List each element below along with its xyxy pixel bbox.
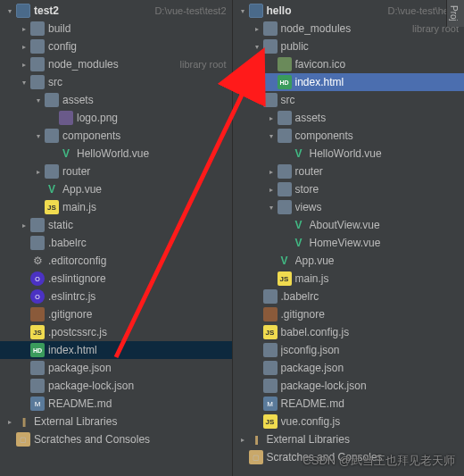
vue-icon	[292, 236, 306, 250]
left-tree-item--gitignore[interactable]: .gitignore	[0, 305, 232, 323]
tree-item-label: build	[48, 22, 227, 35]
right-tree-item-public[interactable]: public	[233, 38, 465, 55]
module-icon	[16, 4, 30, 18]
folder-icon	[30, 21, 45, 36]
right-tree-item-aboutview-vue[interactable]: AboutView.vue	[233, 216, 465, 234]
expand-arrow-icon[interactable]	[5, 7, 14, 15]
expand-arrow-icon[interactable]	[20, 43, 29, 51]
tree-item-label: views	[295, 201, 460, 213]
expand-arrow-icon[interactable]	[34, 168, 43, 176]
right-tree-item-index-html[interactable]: index.html	[233, 73, 465, 91]
left-tree-item--postcssrc-js[interactable]: .postcssrc.js	[0, 323, 232, 341]
expand-arrow-icon[interactable]	[34, 132, 43, 140]
left-tree-item-build[interactable]: build	[0, 20, 232, 38]
tree-item-label: config	[48, 40, 227, 53]
vue-icon	[278, 254, 292, 268]
tree-item-label: .babelrc	[48, 237, 227, 249]
right-tree-item-readme-md[interactable]: README.md	[233, 395, 465, 413]
right-tree-item-assets[interactable]: assets	[233, 109, 465, 127]
tree-item-hint: library root	[180, 59, 227, 70]
expand-arrow-icon[interactable]	[267, 114, 276, 122]
json-icon	[263, 289, 278, 304]
json-icon	[263, 343, 278, 357]
left-tree-item-src[interactable]: src	[0, 73, 232, 91]
expand-arrow-icon[interactable]	[267, 132, 276, 140]
right-tree-item-src[interactable]: src	[233, 91, 465, 109]
expand-arrow-icon[interactable]	[238, 436, 247, 444]
expand-arrow-icon[interactable]	[5, 418, 14, 426]
expand-arrow-icon[interactable]	[34, 96, 43, 104]
vue-icon	[45, 182, 59, 196]
right-tree-item-babel-config-js[interactable]: babel.config.js	[233, 323, 465, 341]
left-tree-item-app-vue[interactable]: App.vue	[0, 180, 232, 198]
left-tree-item-static[interactable]: static	[0, 216, 232, 234]
left-tree-item--eslintignore[interactable]: .eslintignore	[0, 270, 232, 288]
expand-arrow-icon[interactable]	[267, 186, 276, 194]
left-tree[interactable]: test2D:\vue-test\test2buildconfignode_mo…	[0, 0, 232, 450]
project-tab[interactable]: Proj	[446, 0, 464, 27]
expand-arrow-icon[interactable]	[20, 79, 29, 87]
left-tree-item-router[interactable]: router	[0, 163, 232, 180]
tree-item-label: assets	[62, 94, 227, 106]
module-icon	[249, 4, 263, 18]
right-tree-item-main-js[interactable]: main.js	[233, 270, 465, 288]
right-tree-item-app-vue[interactable]: App.vue	[233, 252, 465, 270]
expand-arrow-icon[interactable]	[267, 168, 276, 176]
left-tree-item-components[interactable]: components	[0, 127, 232, 145]
tree-item-label: jsconfig.json	[281, 344, 460, 356]
expand-arrow-icon[interactable]	[20, 61, 29, 69]
left-tree-item--eslintrc-js[interactable]: .eslintrc.js	[0, 288, 232, 305]
left-tree-item-assets[interactable]: assets	[0, 91, 232, 109]
right-tree-item-package-json[interactable]: package.json	[233, 359, 465, 377]
left-tree-item-test2[interactable]: test2D:\vue-test\test2	[0, 2, 232, 20]
tree-item-label: node_modules	[48, 58, 175, 71]
right-tree-item-helloworld-vue[interactable]: HelloWorld.vue	[233, 145, 465, 163]
tree-item-label: .eslintignore	[48, 272, 227, 285]
left-tree-item-config[interactable]: config	[0, 38, 232, 55]
tree-item-label: package.json	[281, 362, 460, 374]
scratch-icon	[249, 450, 263, 464]
right-tree-item-node-modules[interactable]: node_moduleslibrary root	[233, 20, 465, 38]
left-tree-item-external-libraries[interactable]: External Libraries	[0, 413, 232, 430]
left-tree-item--babelrc[interactable]: .babelrc	[0, 234, 232, 252]
right-tree-item-router[interactable]: router	[233, 163, 465, 180]
left-tree-item--editorconfig[interactable]: .editorconfig	[0, 252, 232, 270]
left-tree-item-logo-png[interactable]: logo.png	[0, 109, 232, 127]
js-icon	[278, 271, 292, 286]
left-tree-item-package-json[interactable]: package.json	[0, 359, 232, 377]
folder-icon	[30, 218, 45, 232]
tree-item-label: External Libraries	[267, 433, 460, 446]
right-tree-item-components[interactable]: components	[233, 127, 465, 145]
right-tree-item-package-lock-json[interactable]: package-lock.json	[233, 377, 465, 395]
watermark: CSDN @武当王也拜见老天师	[302, 453, 455, 469]
right-tree-item-homeview-vue[interactable]: HomeView.vue	[233, 234, 465, 252]
right-tree-item--gitignore[interactable]: .gitignore	[233, 305, 465, 323]
expand-arrow-icon[interactable]	[267, 204, 276, 212]
right-tree-item-favicon-ico[interactable]: favicon.ico	[233, 55, 465, 73]
left-tree-item-main-js[interactable]: main.js	[0, 198, 232, 216]
left-tree-item-helloworld-vue[interactable]: HelloWorld.vue	[0, 145, 232, 163]
right-tree-item-vue-config-js[interactable]: vue.config.js	[233, 413, 465, 430]
left-tree-item-node-modules[interactable]: node_moduleslibrary root	[0, 55, 232, 73]
right-tree-item--babelrc[interactable]: .babelrc	[233, 288, 465, 305]
right-tree-item-store[interactable]: store	[233, 180, 465, 198]
expand-arrow-icon[interactable]	[20, 25, 29, 33]
expand-arrow-icon[interactable]	[253, 25, 261, 33]
tree-item-label: static	[48, 219, 227, 231]
tree-item-label: store	[295, 183, 460, 196]
expand-arrow-icon[interactable]	[253, 43, 261, 51]
js-icon	[263, 414, 278, 429]
right-tree-item-hello[interactable]: helloD:\vue-test\hello	[233, 2, 465, 20]
expand-arrow-icon[interactable]	[20, 221, 29, 230]
expand-arrow-icon[interactable]	[253, 96, 261, 104]
right-tree-item-external-libraries[interactable]: External Libraries	[233, 430, 465, 448]
left-tree-item-index-html[interactable]: index.html	[0, 341, 232, 359]
right-tree-item-jsconfig-json[interactable]: jsconfig.json	[233, 341, 465, 359]
left-tree-item-package-lock-json[interactable]: package-lock.json	[0, 377, 232, 395]
expand-arrow-icon[interactable]	[238, 7, 247, 15]
left-tree-item-scratches-and-consoles[interactable]: Scratches and Consoles	[0, 430, 232, 448]
right-tree[interactable]: helloD:\vue-test\hellonode_moduleslibrar…	[233, 0, 465, 468]
right-tree-item-views[interactable]: views	[233, 198, 465, 216]
left-tree-item-readme-md[interactable]: README.md	[0, 395, 232, 413]
tree-item-label: .gitignore	[48, 308, 227, 321]
